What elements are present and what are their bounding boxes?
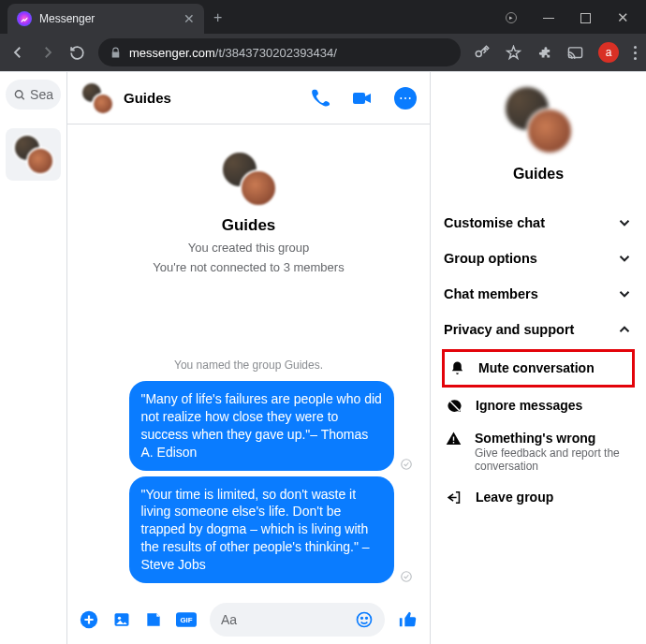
chevron-down-icon: [616, 285, 633, 302]
svg-point-0: [476, 51, 481, 57]
info-panel-avatar: [504, 85, 573, 154]
svg-text:GIF: GIF: [180, 616, 192, 624]
search-placeholder: Sea: [30, 87, 53, 102]
sidebar-search[interactable]: Sea: [6, 80, 61, 110]
svg-point-5: [402, 572, 412, 582]
system-message: You named the group Guides.: [174, 359, 323, 372]
reload-icon[interactable]: [69, 45, 85, 61]
svg-rect-3: [353, 93, 365, 104]
cast-icon[interactable]: [567, 45, 583, 61]
svg-point-11: [358, 613, 372, 627]
chevron-down-icon: [616, 214, 633, 231]
conversation-item[interactable]: [6, 128, 61, 181]
browser-tab[interactable]: Messenger ✕: [7, 4, 204, 34]
menu-icon[interactable]: [634, 46, 637, 60]
svg-point-2: [15, 90, 22, 97]
back-icon[interactable]: [9, 44, 26, 61]
chat-header-avatar: [81, 81, 114, 115]
something-wrong-item[interactable]: Something's wrong Give feedback and repo…: [442, 422, 635, 481]
privacy-support-section[interactable]: Privacy and support: [442, 312, 635, 347]
leave-icon: [446, 490, 462, 505]
window-minimize-icon[interactable]: [543, 18, 554, 19]
search-icon: [13, 88, 26, 102]
message-bubble: "Your time is limited, so don't waste it…: [129, 476, 394, 583]
bell-icon: [448, 360, 465, 376]
voice-call-icon[interactable]: [310, 88, 330, 109]
forward-icon: [39, 44, 56, 61]
gif-icon[interactable]: GIF: [176, 610, 197, 629]
emoji-icon[interactable]: [355, 610, 374, 629]
key-icon[interactable]: [474, 44, 491, 61]
chat-intro-title: Guides: [222, 216, 276, 235]
group-options-section[interactable]: Group options: [442, 241, 635, 276]
chat-members-section[interactable]: Chat members: [442, 276, 635, 312]
chat-intro-avatar: [221, 151, 277, 207]
like-icon[interactable]: [398, 609, 418, 630]
svg-point-12: [361, 618, 363, 620]
chat-title[interactable]: Guides: [124, 90, 301, 106]
info-panel-title: Guides: [513, 166, 564, 183]
chat-intro-line1: You created this group: [188, 241, 310, 255]
extensions-icon[interactable]: [536, 45, 552, 61]
add-icon[interactable]: [79, 609, 99, 630]
lock-icon: [110, 47, 122, 59]
ignore-messages-item[interactable]: Ignore messages: [442, 389, 635, 422]
group-avatar: [13, 134, 54, 175]
photo-icon[interactable]: [112, 610, 131, 629]
profile-avatar[interactable]: a: [598, 42, 619, 63]
svg-point-13: [366, 618, 368, 620]
music-indicator-icon[interactable]: ▸: [506, 12, 517, 23]
window-close-icon[interactable]: ✕: [617, 9, 629, 26]
address-bar[interactable]: messenger.com/t/3843730202393434/: [98, 38, 461, 66]
messenger-favicon: [17, 11, 32, 26]
url-text: messenger.com/t/3843730202393434/: [129, 46, 337, 60]
leave-group-item[interactable]: Leave group: [442, 481, 635, 514]
chevron-down-icon: [616, 250, 633, 267]
delivered-icon: [400, 458, 413, 471]
svg-point-4: [402, 459, 412, 469]
chat-intro-line2: You're not connected to 3 members: [153, 260, 344, 274]
svg-point-8: [118, 617, 121, 620]
warning-icon: [446, 431, 462, 446]
customise-chat-section[interactable]: Customise chat: [442, 205, 635, 241]
window-maximize-icon[interactable]: [580, 13, 591, 23]
message-bubble: "Many of life's failures are people who …: [129, 381, 394, 471]
ignore-icon: [446, 398, 462, 414]
chat-info-icon[interactable]: ⋯: [394, 87, 417, 110]
tab-close-icon[interactable]: ✕: [184, 11, 195, 26]
star-icon[interactable]: [506, 45, 521, 61]
tab-title: Messenger: [39, 12, 176, 25]
message-placeholder: Aa: [221, 612, 237, 627]
chevron-up-icon: [616, 321, 633, 338]
message-input[interactable]: Aa: [210, 603, 385, 637]
delivered-icon: [400, 570, 413, 583]
video-call-icon[interactable]: [351, 87, 374, 110]
new-tab-button[interactable]: +: [213, 9, 222, 26]
sticker-icon[interactable]: [144, 610, 163, 629]
mute-conversation-item[interactable]: Mute conversation: [442, 349, 635, 388]
